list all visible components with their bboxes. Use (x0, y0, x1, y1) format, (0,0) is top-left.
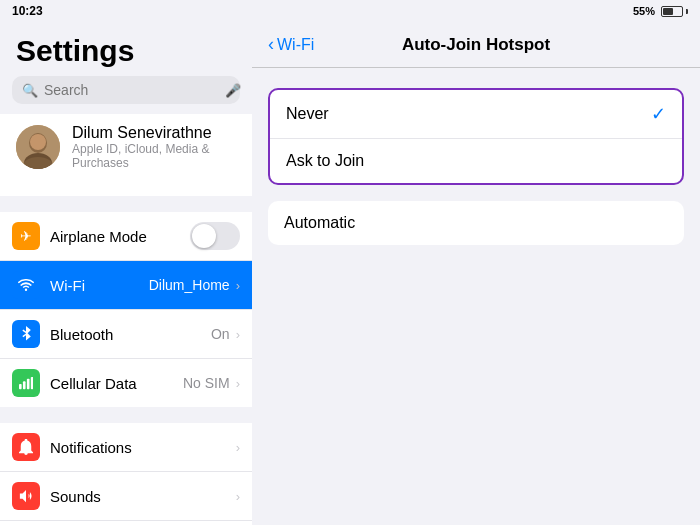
status-right: 55% (633, 5, 688, 17)
settings-group-notifications: Notifications › Sounds › (0, 423, 252, 525)
bluetooth-value: On (211, 326, 230, 342)
svg-rect-6 (23, 381, 26, 389)
options-group-bordered: Never ✓ Ask to Join (268, 88, 684, 185)
airplane-mode-icon: ✈ (12, 222, 40, 250)
sidebar-item-donotdisturb[interactable]: Do Not Disturb › (0, 521, 252, 525)
option-ask[interactable]: Ask to Join (270, 139, 682, 183)
sounds-chevron: › (236, 489, 240, 504)
wifi-label: Wi-Fi (50, 277, 149, 294)
profile-subtitle: Apple ID, iCloud, Media & Purchases (72, 142, 236, 170)
option-never-label: Never (286, 105, 651, 123)
battery-percent: 55% (633, 5, 655, 17)
bluetooth-icon (12, 320, 40, 348)
options-group-plain: Automatic (268, 201, 684, 245)
search-bar[interactable]: 🔍 🎤 (12, 76, 240, 104)
status-bar: 10:23 55% (0, 0, 700, 22)
svg-point-3 (30, 134, 46, 150)
notifications-chevron: › (236, 440, 240, 455)
sidebar-item-airplane-mode[interactable]: ✈ Airplane Mode (0, 212, 252, 261)
search-icon: 🔍 (22, 83, 38, 98)
cellular-chevron: › (236, 376, 240, 391)
detail-title: Auto-Join Hotspot (402, 35, 550, 55)
notifications-label: Notifications (50, 439, 236, 456)
mic-icon: 🎤 (225, 83, 241, 98)
bluetooth-chevron: › (236, 327, 240, 342)
back-button[interactable]: ‹ Wi-Fi (268, 34, 314, 55)
svg-rect-7 (27, 379, 30, 390)
search-input[interactable] (44, 82, 219, 98)
sidebar-item-notifications[interactable]: Notifications › (0, 423, 252, 472)
cellular-value: No SIM (183, 375, 230, 391)
sidebar-item-cellular[interactable]: Cellular Data No SIM › (0, 359, 252, 407)
avatar (16, 125, 60, 169)
status-time: 10:23 (12, 4, 43, 18)
profile-name: Dilum Senevirathne (72, 124, 236, 142)
wifi-icon (12, 271, 40, 299)
option-ask-label: Ask to Join (286, 152, 666, 170)
detail-body: Never ✓ Ask to Join Automatic (252, 68, 700, 281)
airplane-mode-label: Airplane Mode (50, 228, 190, 245)
back-label: Wi-Fi (277, 36, 314, 54)
svg-rect-8 (31, 377, 33, 389)
sidebar-item-bluetooth[interactable]: Bluetooth On › (0, 310, 252, 359)
main-content: Settings 🔍 🎤 Dilum Se (0, 22, 700, 525)
sidebar-item-sounds[interactable]: Sounds › (0, 472, 252, 521)
wifi-value: Dilum_Home (149, 277, 230, 293)
profile-info: Dilum Senevirathne Apple ID, iCloud, Med… (72, 124, 236, 170)
battery-icon (661, 6, 688, 17)
airplane-mode-toggle[interactable] (190, 222, 240, 250)
option-never-check: ✓ (651, 103, 666, 125)
option-automatic-label: Automatic (284, 214, 668, 232)
profile-item[interactable]: Dilum Senevirathne Apple ID, iCloud, Med… (0, 114, 252, 180)
sidebar-title: Settings (0, 22, 252, 76)
option-automatic[interactable]: Automatic (268, 201, 684, 245)
sounds-icon (12, 482, 40, 510)
sounds-label: Sounds (50, 488, 236, 505)
notifications-icon (12, 433, 40, 461)
sidebar: Settings 🔍 🎤 Dilum Se (0, 22, 252, 525)
detail-header: ‹ Wi-Fi Auto-Join Hotspot (252, 22, 700, 68)
bluetooth-label: Bluetooth (50, 326, 211, 343)
sidebar-item-wifi[interactable]: Wi-Fi Dilum_Home › (0, 261, 252, 310)
cellular-label: Cellular Data (50, 375, 183, 392)
svg-rect-5 (19, 384, 22, 389)
option-never[interactable]: Never ✓ (270, 90, 682, 139)
cellular-icon (12, 369, 40, 397)
profile-group: Dilum Senevirathne Apple ID, iCloud, Med… (0, 114, 252, 196)
detail-panel: ‹ Wi-Fi Auto-Join Hotspot Never ✓ Ask to… (252, 22, 700, 525)
wifi-chevron: › (236, 278, 240, 293)
back-chevron-icon: ‹ (268, 34, 274, 55)
settings-group-connectivity: ✈ Airplane Mode Wi-Fi Dilum_Home › (0, 212, 252, 407)
